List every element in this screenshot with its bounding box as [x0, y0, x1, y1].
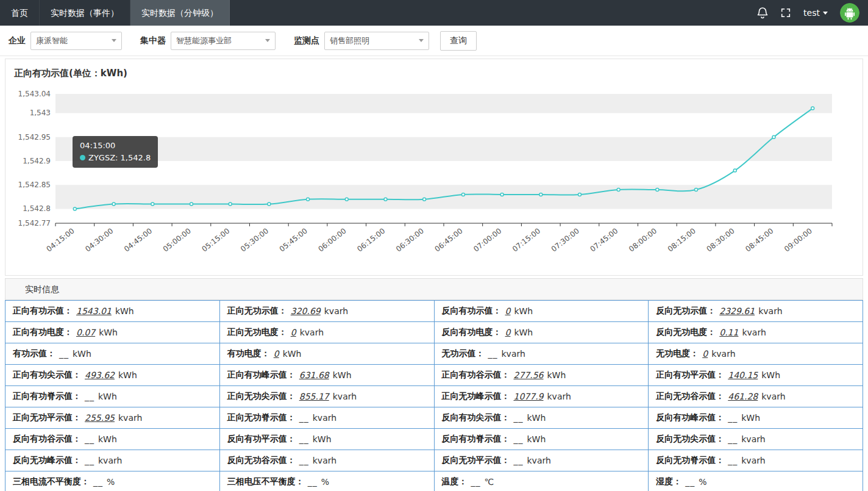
- chevron-down-icon: [112, 39, 116, 42]
- info-cell: 三相电流不平衡度：__%: [5, 471, 220, 491]
- info-value-empty: __: [299, 413, 309, 423]
- info-value-link[interactable]: 631.68: [299, 370, 329, 380]
- info-cell: 正向有功谷示值：277.56kWh: [435, 365, 649, 386]
- info-cell: 正向无功尖示值：855.17kvarh: [220, 386, 435, 407]
- info-label: 反向无功示值：: [656, 306, 716, 317]
- svg-text:04:45:00: 04:45:00: [123, 226, 154, 253]
- fullscreen-icon[interactable]: [780, 7, 791, 18]
- info-cell: 正向有功示值：1543.01kWh: [5, 301, 220, 322]
- info-unit: kvarh: [98, 456, 122, 465]
- info-label: 有功电度：: [227, 348, 270, 359]
- svg-text:06:00:00: 06:00:00: [316, 226, 347, 253]
- info-label: 反向无功尖示值：: [656, 434, 724, 445]
- query-button[interactable]: 查询: [440, 31, 477, 51]
- info-value-link[interactable]: 0: [505, 306, 511, 316]
- info-cell: 有功电度：0kWh: [220, 343, 435, 365]
- info-value-link[interactable]: 0: [702, 349, 708, 359]
- info-value-link[interactable]: 1077.9: [514, 392, 544, 401]
- info-value-link[interactable]: 2329.61: [719, 306, 755, 316]
- info-value-link[interactable]: 0: [274, 349, 279, 359]
- svg-text:08:45:00: 08:45:00: [744, 226, 775, 253]
- info-label: 反向有功电度：: [442, 327, 502, 338]
- info-value-link[interactable]: 493.62: [85, 370, 115, 380]
- info-value-link[interactable]: 0: [505, 328, 511, 337]
- info-cell: 反向无功电度：0.11kvarh: [649, 322, 863, 343]
- info-cell: 正向无功脊示值：__kvarh: [220, 407, 435, 429]
- info-label: 三相电流不平衡度：: [13, 476, 90, 487]
- info-label: 正向有功电度：: [13, 327, 73, 338]
- info-unit: kvarh: [742, 328, 766, 337]
- user-dropdown[interactable]: test: [803, 8, 828, 18]
- info-unit: %: [321, 477, 329, 487]
- info-label: 反向有功峰示值：: [656, 412, 724, 423]
- info-value-link[interactable]: 0: [291, 328, 296, 337]
- info-value-empty: __: [59, 349, 69, 359]
- info-label: 反向无功峰示值：: [13, 455, 81, 466]
- svg-text:05:00:00: 05:00:00: [162, 226, 193, 253]
- info-unit: kvarh: [118, 413, 142, 423]
- info-label: 反向无功脊示值：: [656, 455, 724, 466]
- svg-text:06:30:00: 06:30:00: [394, 226, 425, 253]
- info-cell: 正向无功平示值：255.95kvarh: [5, 407, 220, 429]
- info-unit: kvarh: [741, 434, 765, 444]
- info-label: 正向有功峰示值：: [227, 370, 296, 381]
- info-label: 湿度：: [656, 476, 681, 487]
- info-unit: kvarh: [547, 392, 571, 401]
- info-label: 正向无功谷示值：: [656, 391, 724, 402]
- info-label: 无功示值：: [442, 348, 485, 359]
- info-cell: 反向有功平示值：__kWh: [220, 429, 435, 450]
- enterprise-label: 企业: [9, 35, 26, 46]
- info-value-link[interactable]: 140.15: [728, 370, 758, 380]
- info-value-link[interactable]: 277.56: [514, 370, 544, 380]
- info-value-empty: __: [85, 434, 94, 444]
- concentrator-select[interactable]: 智慧能源事业部: [171, 32, 276, 50]
- info-value-link[interactable]: 461.28: [728, 392, 758, 401]
- avatar[interactable]: [840, 3, 859, 23]
- svg-text:07:45:00: 07:45:00: [588, 226, 619, 253]
- info-cell: 有功示值：__kWh: [5, 343, 220, 365]
- info-cell: 湿度：__%: [649, 471, 863, 491]
- enterprise-select[interactable]: 康派智能: [30, 32, 122, 50]
- info-value-link[interactable]: 0.07: [76, 328, 95, 337]
- info-unit: kWh: [514, 306, 533, 316]
- info-cell: 反向无功示值：2329.61kvarh: [649, 301, 863, 322]
- info-value-link[interactable]: 320.69: [291, 306, 321, 316]
- info-unit: kvarh: [313, 413, 336, 423]
- svg-text:09:00:00: 09:00:00: [783, 226, 814, 253]
- info-label: 反向有功示值：: [442, 306, 502, 317]
- info-unit: kWh: [514, 328, 533, 337]
- chevron-down-icon: [419, 39, 424, 42]
- info-cell: 温度：__℃: [435, 471, 649, 491]
- nav-right: test: [757, 0, 868, 26]
- tab-realtime-minute[interactable]: 实时数据（分钟级）: [130, 0, 230, 26]
- info-cell: 反向有功谷示值：__kWh: [5, 429, 220, 450]
- info-value-link[interactable]: 255.95: [85, 413, 115, 423]
- info-unit: kWh: [118, 370, 137, 380]
- svg-text:07:30:00: 07:30:00: [550, 226, 581, 253]
- svg-text:1,542.9: 1,542.9: [23, 157, 51, 165]
- info-unit: kWh: [547, 370, 566, 380]
- info-cell: 反向无功尖示值：__kvarh: [649, 429, 863, 450]
- info-cell: 正向有功尖示值：493.62kWh: [5, 365, 220, 386]
- svg-text:1,542.8: 1,542.8: [23, 204, 51, 213]
- info-value-empty: __: [728, 434, 738, 444]
- info-value-link[interactable]: 1543.01: [76, 306, 112, 316]
- bell-icon[interactable]: [757, 7, 768, 19]
- info-unit: kWh: [761, 370, 780, 380]
- info-cell: 反向无功平示值：__kvarh: [435, 450, 649, 471]
- tab-home[interactable]: 首页: [0, 0, 40, 26]
- info-unit: kWh: [741, 413, 760, 423]
- chevron-down-icon: [265, 39, 270, 42]
- line-chart[interactable]: 1,542.771,542.81,542.851,542.91,542.951,…: [5, 83, 863, 266]
- info-unit: kWh: [99, 328, 118, 337]
- info-value-link[interactable]: 0.11: [719, 328, 738, 337]
- info-label: 三相电压不平衡度：: [227, 476, 304, 487]
- info-unit: kWh: [115, 306, 134, 316]
- point-select[interactable]: 销售部照明: [324, 32, 429, 50]
- info-label: 正向无功脊示值：: [227, 412, 296, 423]
- info-value-link[interactable]: 855.17: [299, 392, 329, 401]
- info-value-empty: __: [514, 434, 524, 444]
- svg-text:1,542.85: 1,542.85: [18, 181, 51, 189]
- info-value-empty: __: [685, 477, 695, 487]
- tab-realtime-event[interactable]: 实时数据（事件）: [40, 0, 130, 26]
